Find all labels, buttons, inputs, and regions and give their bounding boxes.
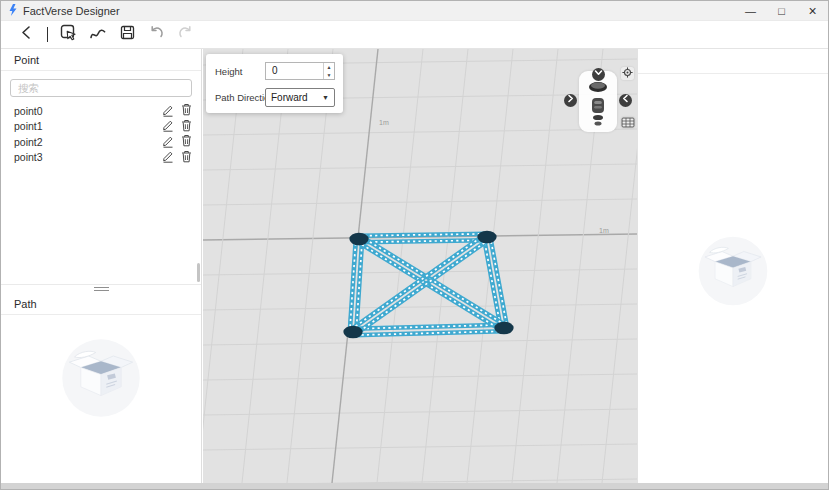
search-box [1,71,201,103]
point-list: point0 point1 point2 [1,103,201,165]
window-title: FactVerse Designer [23,5,120,17]
undo-arrow-icon [148,25,165,45]
path-empty-state [1,334,201,426]
height-input[interactable]: 0 ▲ ▼ [265,62,335,80]
point-name: point0 [14,105,162,117]
undo-button[interactable] [146,25,166,45]
viewport-3d: 1m1m Height 0 ▲ ▼ Path Direction Forward… [203,49,637,483]
gizmo-grid-button[interactable] [621,117,635,128]
redo-button[interactable] [175,25,195,45]
back-button[interactable] [16,25,36,45]
chevron-left-icon [619,91,632,109]
point-name: point3 [14,151,162,163]
select-tool-button[interactable] [59,25,79,45]
spinner-down-icon[interactable]: ▼ [324,71,334,79]
delete-button[interactable] [181,134,192,149]
gizmo-orbit-down-button[interactable] [592,68,605,81]
right-empty-state [638,232,828,314]
empty-box-icon [57,334,145,426]
minimize-button[interactable]: — [735,1,766,20]
svg-text:1m: 1m [599,227,609,234]
path-tool-button[interactable] [88,25,108,45]
path-panel-title: Path [1,293,201,315]
point-list-item[interactable]: point2 [1,134,201,150]
gear-icon [621,65,634,83]
window-controls: — □ × [735,1,828,20]
height-label: Height [215,66,242,77]
view-gizmo [563,63,637,141]
bottom-strip [1,483,828,490]
pencil-icon [162,118,174,134]
trash-icon [181,150,192,165]
app-logo-icon [8,4,18,17]
grid-icon [621,114,635,132]
right-panel-header [638,49,828,74]
right-panel [637,49,828,483]
chevron-right-icon [564,91,577,109]
gizmo-orbit-right-button[interactable] [564,94,577,107]
chevron-down-icon: ▼ [322,94,329,101]
edit-button[interactable] [162,118,174,134]
main-toolbar [1,21,828,49]
left-sidebar: Point point0 point1 [1,49,202,483]
point-list-item[interactable]: point0 [1,103,201,119]
path-curve-icon [89,25,107,45]
pencil-icon [162,149,174,165]
point-panel: Point point0 point1 [1,49,201,284]
splitter-grip-icon [94,287,109,291]
delete-button[interactable] [181,150,192,165]
toolbar-divider [47,27,48,42]
gizmo-settings-button[interactable] [621,67,634,80]
point-panel-title: Point [1,49,201,71]
title-bar[interactable]: FactVerse Designer — □ × [1,1,828,21]
save-floppy-icon [119,24,136,45]
panel-splitter[interactable] [1,284,201,293]
maximize-button[interactable]: □ [766,1,797,20]
select-cursor-icon [60,24,78,46]
trash-icon [181,134,192,149]
edit-button[interactable] [162,134,174,150]
pencil-icon [162,103,174,119]
path-direction-value: Forward [271,92,322,103]
back-chevron-icon [20,25,33,44]
redo-arrow-icon [177,25,194,45]
edit-button[interactable] [162,103,174,119]
svg-text:1m: 1m [379,119,389,126]
save-button[interactable] [117,25,137,45]
close-button[interactable]: × [797,1,828,20]
point-list-item[interactable]: point1 [1,119,201,135]
trash-icon [181,119,192,134]
app-window: FactVerse Designer — □ × [0,0,829,490]
chevron-down-icon [592,65,605,83]
search-input[interactable] [10,79,192,97]
empty-box-icon [694,232,772,314]
point-list-item[interactable]: point3 [1,150,201,166]
point-name: point1 [14,120,162,132]
pencil-icon [162,134,174,150]
spinner-up-icon[interactable]: ▲ [324,63,334,71]
trash-icon [181,103,192,118]
edit-button[interactable] [162,149,174,165]
height-spinner: ▲ ▼ [323,63,334,79]
point-name: point2 [14,136,162,148]
path-panel: Path [1,293,201,483]
sidebar-scrollbar[interactable] [197,263,200,282]
delete-button[interactable] [181,103,192,118]
height-value: 0 [266,63,323,79]
delete-button[interactable] [181,119,192,134]
gizmo-orbit-left-button[interactable] [619,94,632,107]
path-direction-select[interactable]: Forward ▼ [265,88,335,107]
properties-panel: Height 0 ▲ ▼ Path Direction Forward ▼ [206,54,343,113]
